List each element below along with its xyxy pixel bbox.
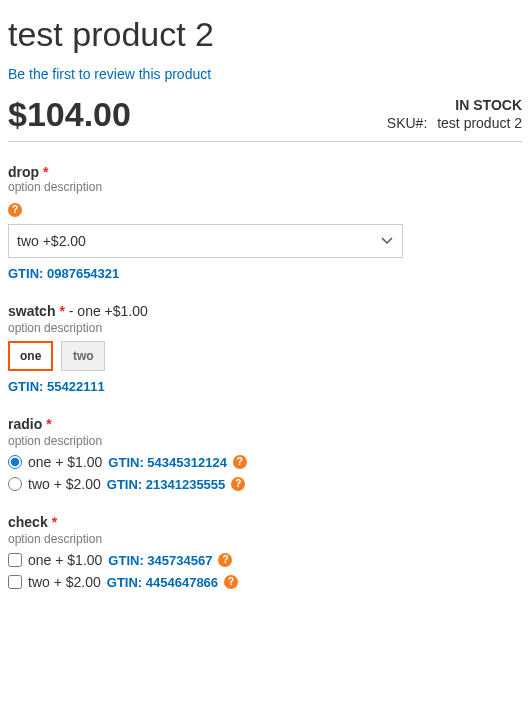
radio-text-one: one + $1.00 — [28, 454, 102, 470]
check-input-two[interactable] — [8, 575, 22, 589]
check-description: option description — [8, 532, 522, 546]
radio-label: radio — [8, 416, 42, 432]
swatch-label: swatch — [8, 303, 55, 319]
drop-gtin: GTIN: 0987654321 — [8, 266, 522, 281]
divider — [8, 141, 522, 142]
check-option-two[interactable]: two + $2.00 GTIN: 4454647866 — [8, 574, 522, 590]
check-gtin-two: GTIN: 4454647866 — [107, 575, 218, 590]
check-text-one: one + $1.00 — [28, 552, 102, 568]
swatch-option-one[interactable]: one — [8, 341, 53, 371]
help-icon[interactable] — [231, 477, 245, 491]
help-icon[interactable] — [218, 553, 232, 567]
product-price: $104.00 — [8, 97, 131, 131]
required-asterisk: * — [52, 514, 57, 530]
radio-gtin-one: GTIN: 54345312124 — [108, 455, 227, 470]
help-icon[interactable] — [8, 203, 22, 217]
radio-option-one[interactable]: one + $1.00 GTIN: 54345312124 — [8, 454, 522, 470]
required-asterisk: * — [43, 164, 48, 180]
required-asterisk: * — [46, 416, 51, 432]
radio-text-two: two + $2.00 — [28, 476, 101, 492]
radio-input-two[interactable] — [8, 477, 22, 491]
check-option-one[interactable]: one + $1.00 GTIN: 345734567 — [8, 552, 522, 568]
sku-line: SKU#: test product 2 — [387, 115, 522, 131]
swatch-option-two[interactable]: two — [61, 341, 105, 371]
drop-select[interactable]: two +$2.00 — [8, 224, 403, 258]
check-input-one[interactable] — [8, 553, 22, 567]
radio-option-two[interactable]: two + $2.00 GTIN: 21341235555 — [8, 476, 522, 492]
required-asterisk: * — [59, 303, 64, 319]
radio-gtin-two: GTIN: 21341235555 — [107, 477, 226, 492]
stock-status: IN STOCK — [387, 97, 522, 113]
swatch-suffix: - one +$1.00 — [69, 303, 148, 319]
swatch-description: option description — [8, 321, 522, 335]
drop-description: option description — [8, 180, 522, 194]
help-icon[interactable] — [233, 455, 247, 469]
review-link[interactable]: Be the first to review this product — [8, 66, 211, 82]
option-group-check: check* option description one + $1.00 GT… — [8, 514, 522, 590]
help-icon[interactable] — [224, 575, 238, 589]
check-gtin-one: GTIN: 345734567 — [108, 553, 212, 568]
check-label: check — [8, 514, 48, 530]
option-group-drop: drop* option description two +$2.00 GTIN… — [8, 164, 522, 281]
swatch-gtin: GTIN: 55422111 — [8, 379, 522, 394]
option-group-swatch: swatch* - one +$1.00 option description … — [8, 303, 522, 394]
product-title: test product 2 — [8, 16, 522, 53]
option-group-radio: radio* option description one + $1.00 GT… — [8, 416, 522, 492]
sku-value: test product 2 — [437, 115, 522, 131]
check-text-two: two + $2.00 — [28, 574, 101, 590]
sku-prefix: SKU#: — [387, 115, 427, 131]
radio-input-one[interactable] — [8, 455, 22, 469]
radio-description: option description — [8, 434, 522, 448]
drop-label: drop — [8, 164, 39, 180]
